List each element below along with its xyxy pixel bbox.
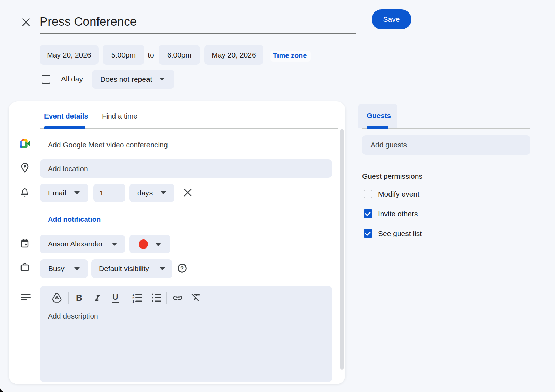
svg-text:3: 3 <box>133 300 134 303</box>
svg-text:?: ? <box>180 265 184 271</box>
svg-text:2: 2 <box>133 296 134 300</box>
svg-text:1: 1 <box>133 293 134 296</box>
